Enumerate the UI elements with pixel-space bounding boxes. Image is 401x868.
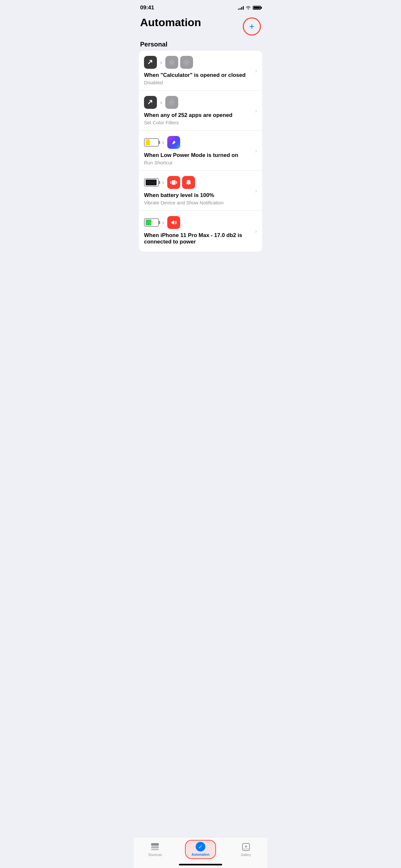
automation-item-2[interactable]: ›	[139, 91, 262, 131]
automation-item-3[interactable]: › When Low Power Mode is turned on Run S…	[139, 131, 262, 171]
wifi-icon	[246, 6, 251, 10]
action-icons-5	[167, 216, 180, 229]
speaker-icon	[167, 216, 180, 229]
notification-icon	[182, 176, 195, 189]
trigger-icon-shortcut-2	[144, 96, 157, 109]
action-icons-4	[167, 176, 195, 189]
arrow-icon-2: ›	[160, 99, 162, 106]
battery-low-trigger	[144, 138, 159, 147]
automation-title-1: When "Calculator" is opened or closed	[144, 72, 257, 79]
vibrate-icon	[167, 176, 180, 189]
automation-item-5[interactable]: ⚡ › When iPhone 11 Pro Max - 17.0 db2 is…	[139, 211, 262, 252]
arrow-icon-5: ›	[162, 219, 164, 226]
status-time: 09:41	[140, 4, 154, 11]
svg-rect-7	[172, 180, 176, 185]
settings-icon-3	[165, 96, 178, 109]
battery-full-trigger	[144, 178, 159, 187]
action-icons-3	[167, 136, 180, 149]
arrow-icon: ›	[160, 59, 162, 66]
automations-list: ›	[139, 51, 262, 252]
battery-icon	[253, 6, 261, 10]
svg-point-6	[171, 101, 174, 104]
automation-title-2: When any of 252 apps are opened	[144, 112, 257, 119]
action-icons	[165, 56, 193, 69]
battery-charging-trigger: ⚡	[144, 218, 159, 227]
signal-icon	[238, 6, 244, 10]
status-bar: 09:41	[134, 0, 267, 13]
plus-icon: +	[249, 22, 254, 31]
shortcuts-app-icon	[167, 136, 180, 149]
automation-title-4: When battery level is 100%	[144, 192, 257, 198]
chevron-icon-5: ›	[255, 228, 257, 235]
automation-title-5: When iPhone 11 Pro Max - 17.0 db2 is con…	[144, 232, 257, 245]
settings-icon-2	[180, 56, 193, 69]
action-icons-2	[165, 96, 178, 109]
svg-point-4	[185, 61, 188, 64]
automation-subtitle-3: Run Shortcut	[144, 160, 257, 165]
main-content: Personal ›	[134, 38, 267, 290]
settings-icon-1	[165, 56, 178, 69]
automation-item-1[interactable]: ›	[139, 51, 262, 91]
status-icons	[238, 6, 261, 10]
page-header: Automation +	[134, 13, 267, 38]
chevron-icon-4: ›	[255, 187, 257, 194]
automation-subtitle-4: Vibrate Device and Show Notification	[144, 200, 257, 206]
section-personal: Personal	[134, 38, 267, 51]
arrow-icon-3: ›	[162, 139, 164, 146]
automation-item-4[interactable]: ›	[139, 171, 262, 211]
page-title: Automation	[140, 16, 201, 29]
arrow-icon-4: ›	[162, 179, 164, 186]
automation-title-3: When Low Power Mode is turned on	[144, 152, 257, 159]
add-automation-button[interactable]: +	[243, 18, 261, 35]
chevron-icon-3: ›	[255, 147, 257, 154]
automation-subtitle-1: Disabled	[144, 80, 257, 85]
chevron-icon-1: ›	[255, 67, 257, 74]
chevron-icon-2: ›	[255, 107, 257, 114]
section-personal-label: Personal	[140, 41, 261, 48]
automation-subtitle-2: Set Color Filters	[144, 120, 257, 125]
trigger-icon-shortcut	[144, 56, 157, 69]
